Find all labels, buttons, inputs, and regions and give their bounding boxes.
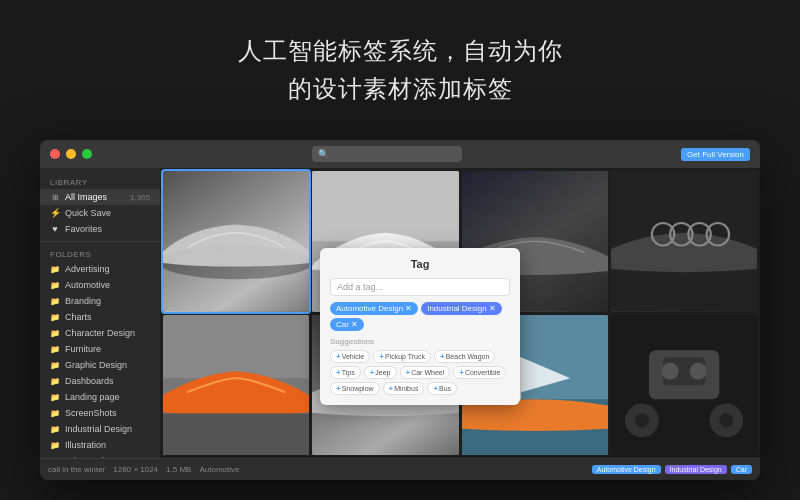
sidebar-item-dashboards[interactable]: 📁 Dashboards xyxy=(40,373,160,389)
sidebar-divider xyxy=(40,241,160,242)
grid-cell-5[interactable] xyxy=(163,315,309,456)
sug-bus-label: Bus xyxy=(439,385,451,392)
sug-convertible[interactable]: + Convertible xyxy=(453,366,506,379)
tag-car-remove[interactable]: ✕ xyxy=(351,320,358,329)
sug-convertible-label: Convertible xyxy=(465,369,500,376)
sidebar-item-furniture[interactable]: 📁 Furniture xyxy=(40,341,160,357)
grid-cell-1[interactable] xyxy=(163,171,309,312)
sidebar-item-automotive[interactable]: 📁 Automotive xyxy=(40,277,160,293)
sug-tips[interactable]: + Tips xyxy=(330,366,361,379)
sidebar-item-screenshots[interactable]: 📁 ScreenShots xyxy=(40,405,160,421)
close-button[interactable] xyxy=(50,149,60,159)
title-line1: 人工智能标签系统，自动为你 xyxy=(238,37,563,64)
main-title: 人工智能标签系统，自动为你 的设计素材添加标签 xyxy=(238,32,563,109)
app-window: 🔍 Get Full Version LIBRARY ⊞ All Images … xyxy=(40,140,760,480)
sug-jeep[interactable]: + Jeep xyxy=(364,366,397,379)
all-images-label: All Images xyxy=(65,192,107,202)
all-images-count: 1,365 xyxy=(130,193,150,202)
sug-pickup[interactable]: + Pickup Truck xyxy=(373,350,431,363)
svg-point-25 xyxy=(719,413,733,427)
tag-chip-industrial[interactable]: Industrial Design ✕ xyxy=(421,302,502,315)
tag-chip-automotive[interactable]: Automotive Design ✕ xyxy=(330,302,418,315)
sidebar-item-quick-save[interactable]: ⚡ Quick Save xyxy=(40,205,160,221)
minimize-button[interactable] xyxy=(66,149,76,159)
plus-icon-4: + xyxy=(336,368,341,377)
folder-icon-advertising: 📁 xyxy=(50,264,60,274)
sidebar-item-all-images[interactable]: ⊞ All Images 1,365 xyxy=(40,189,160,205)
top-section: 人工智能标签系统，自动为你 的设计素材添加标签 xyxy=(0,0,800,140)
sug-tips-label: Tips xyxy=(342,369,355,376)
status-bar: call in the winter 1280 × 1024 1.5 MB Au… xyxy=(40,458,760,480)
sidebar-item-favorites[interactable]: ♥ Favorites xyxy=(40,221,160,237)
sidebar-item-branding[interactable]: 📁 Branding xyxy=(40,293,160,309)
tag-industrial-remove[interactable]: ✕ xyxy=(489,304,496,313)
status-filename: call in the winter xyxy=(48,465,105,474)
sug-carwheel[interactable]: + Car Wheel xyxy=(400,366,451,379)
sug-beach-label: Beach Wagon xyxy=(446,353,490,360)
folder-icon-landing: 📁 xyxy=(50,392,60,402)
sidebar-item-advertising[interactable]: 📁 Advertising xyxy=(40,261,160,277)
sug-jeep-label: Jeep xyxy=(375,369,390,376)
heart-icon: ♥ xyxy=(50,224,60,234)
status-badge-car: Car xyxy=(731,465,752,474)
plus-icon-8: + xyxy=(336,384,341,393)
folder-screenshots: ScreenShots xyxy=(65,408,117,418)
tag-popup-title: Tag xyxy=(330,258,510,270)
sidebar-item-illustration[interactable]: 📁 Illustration xyxy=(40,437,160,453)
tag-industrial-label: Industrial Design xyxy=(427,304,487,313)
sug-pickup-label: Pickup Truck xyxy=(385,353,425,360)
tag-automotive-remove[interactable]: ✕ xyxy=(405,304,412,313)
sug-snowplow-label: Snowplow xyxy=(342,385,374,392)
folder-automotive: Automotive xyxy=(65,280,110,290)
folder-industrial: Industrial Design xyxy=(65,424,132,434)
library-label: LIBRARY xyxy=(40,174,160,189)
grid-cell-4[interactable] xyxy=(611,171,757,312)
tag-automotive-label: Automotive Design xyxy=(336,304,403,313)
search-input[interactable]: 🔍 xyxy=(312,146,462,162)
get-full-button[interactable]: Get Full Version xyxy=(681,148,750,161)
sug-vehicle[interactable]: + Vehicle xyxy=(330,350,370,363)
sidebar: LIBRARY ⊞ All Images 1,365 ⚡ Quick Save … xyxy=(40,168,160,458)
folder-illustration: Illustration xyxy=(65,440,106,450)
folder-dashboards: Dashboards xyxy=(65,376,114,386)
sug-minibus[interactable]: + Minibus xyxy=(383,382,425,395)
sidebar-item-character[interactable]: 📁 Character Design xyxy=(40,325,160,341)
maximize-button[interactable] xyxy=(82,149,92,159)
sidebar-item-graphic[interactable]: 📁 Graphic Design xyxy=(40,357,160,373)
title-bar: 🔍 Get Full Version xyxy=(40,140,760,168)
tag-car-label: Car xyxy=(336,320,349,329)
search-placeholder: 🔍 xyxy=(318,149,329,159)
sug-snowplow[interactable]: + Snowplow xyxy=(330,382,380,395)
traffic-lights xyxy=(50,149,92,159)
sug-carwheel-label: Car Wheel xyxy=(411,369,444,376)
folder-icon-ss: 📁 xyxy=(50,408,60,418)
folder-icon-graphic: 📁 xyxy=(50,360,60,370)
svg-point-20 xyxy=(661,362,678,379)
plus-icon: + xyxy=(336,352,341,361)
folder-icon-industrial: 📁 xyxy=(50,424,60,434)
svg-point-21 xyxy=(689,362,706,379)
sidebar-item-charts[interactable]: 📁 Charts xyxy=(40,309,160,325)
favorites-label: Favorites xyxy=(65,224,102,234)
grid-cell-8[interactable] xyxy=(611,315,757,456)
svg-rect-12 xyxy=(163,413,309,455)
status-tag-badges: Automotive Design Industrial Design Car xyxy=(592,465,752,474)
folder-advertising: Advertising xyxy=(65,264,110,274)
tag-chip-car[interactable]: Car ✕ xyxy=(330,318,364,331)
folder-character: Character Design xyxy=(65,328,135,338)
folder-icon-dash: 📁 xyxy=(50,376,60,386)
status-badge-automotive: Automotive Design xyxy=(592,465,661,474)
folder-graphic: Graphic Design xyxy=(65,360,127,370)
sidebar-item-industrial[interactable]: 📁 Industrial Design xyxy=(40,421,160,437)
suggestion-chips: + Vehicle + Pickup Truck + Beach Wagon +… xyxy=(330,350,510,395)
folder-furniture: Furniture xyxy=(65,344,101,354)
folder-charts: Charts xyxy=(65,312,92,322)
plus-icon-6: + xyxy=(406,368,411,377)
tag-add-input[interactable]: Add a tag... xyxy=(330,278,510,296)
sug-beach[interactable]: + Beach Wagon xyxy=(434,350,495,363)
lightning-icon: ⚡ xyxy=(50,208,60,218)
sug-bus[interactable]: + Bus xyxy=(427,382,457,395)
tag-popup: Tag Add a tag... Automotive Design ✕ Ind… xyxy=(320,248,520,405)
sidebar-item-landing[interactable]: 📁 Landing page xyxy=(40,389,160,405)
plus-icon-10: + xyxy=(433,384,438,393)
